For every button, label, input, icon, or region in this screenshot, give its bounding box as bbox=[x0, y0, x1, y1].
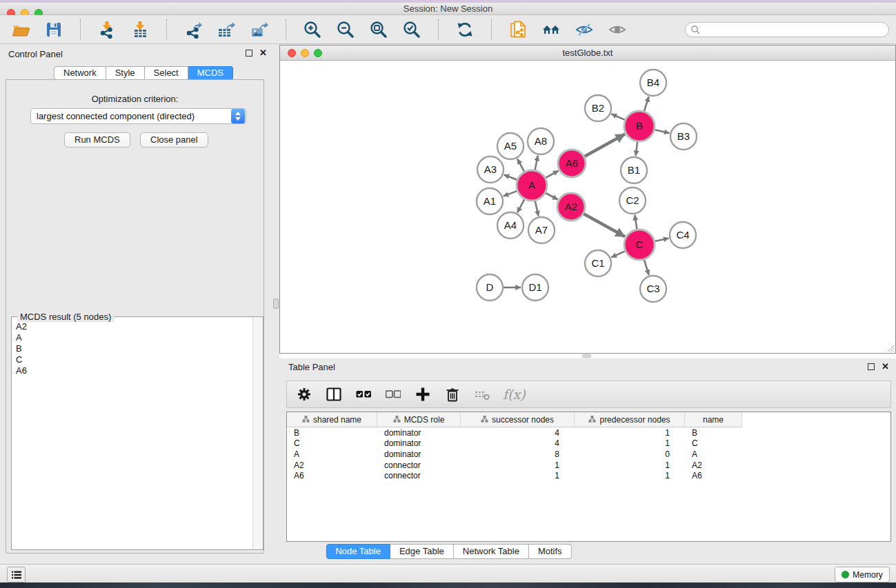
edge-A-A5[interactable] bbox=[517, 159, 524, 171]
network-canvas[interactable]: AA1A2A3A4A5A6A7A8BB1B2B3B4CC1C2C3C4DD1 bbox=[280, 61, 895, 353]
node-A5[interactable]: A5 bbox=[497, 133, 524, 159]
edge-C-C1[interactable] bbox=[611, 251, 625, 257]
cell-MCDS-role[interactable]: connector bbox=[377, 460, 461, 470]
edge-A-A7[interactable] bbox=[535, 201, 539, 216]
open-file-icon[interactable] bbox=[10, 19, 32, 41]
node-C3[interactable]: C3 bbox=[640, 276, 666, 302]
cell-shared-name[interactable]: C bbox=[287, 438, 377, 448]
column-header-successor-nodes[interactable]: successor nodes bbox=[461, 412, 575, 427]
node-A1[interactable]: A1 bbox=[477, 188, 503, 214]
edge-C-C4[interactable] bbox=[655, 239, 669, 241]
show-all-icon[interactable] bbox=[606, 19, 628, 41]
cell-shared-name[interactable]: A2 bbox=[287, 460, 377, 470]
table-row[interactable]: Bdominator41B bbox=[287, 427, 890, 438]
node-B4[interactable]: B4 bbox=[640, 70, 666, 96]
resize-grip-icon[interactable] bbox=[886, 343, 895, 352]
export-table-icon[interactable] bbox=[215, 19, 237, 41]
cell-MCDS-role[interactable]: dominator bbox=[377, 428, 461, 438]
node-B[interactable]: B bbox=[624, 111, 655, 141]
mcds-result-item[interactable]: A bbox=[12, 332, 253, 343]
cell-predecessor-nodes[interactable]: 1 bbox=[575, 428, 685, 438]
result-scrollbar[interactable] bbox=[252, 317, 263, 549]
node-C4[interactable]: C4 bbox=[670, 222, 696, 248]
edge-B-B1[interactable] bbox=[636, 142, 638, 156]
cell-name[interactable]: A2 bbox=[685, 460, 742, 470]
network-from-selection-icon[interactable] bbox=[507, 19, 529, 41]
edge-C-C2[interactable] bbox=[635, 215, 637, 230]
cell-MCDS-role[interactable]: dominator bbox=[377, 438, 461, 448]
edge-B-B4[interactable] bbox=[644, 97, 649, 111]
column-header-name[interactable]: name bbox=[685, 412, 742, 427]
save-session-icon[interactable] bbox=[43, 19, 65, 41]
column-header-predecessor-nodes[interactable]: predecessor nodes bbox=[575, 412, 685, 427]
search-box[interactable] bbox=[685, 22, 889, 37]
select-all-checkboxes-icon[interactable] bbox=[355, 385, 372, 403]
node-D1[interactable]: D1 bbox=[522, 274, 548, 301]
show-panels-button[interactable] bbox=[7, 567, 26, 582]
column-header-shared-name[interactable]: shared name bbox=[287, 412, 377, 427]
tab-mcds[interactable]: MCDS bbox=[188, 66, 233, 80]
tab-select[interactable]: Select bbox=[145, 66, 188, 80]
cell-shared-name[interactable]: A6 bbox=[287, 471, 377, 480]
export-network-icon[interactable] bbox=[182, 19, 204, 41]
tab-motifs[interactable]: Motifs bbox=[529, 544, 572, 559]
delete-row-icon[interactable] bbox=[444, 385, 461, 403]
table-row[interactable]: Cdominator41C bbox=[287, 438, 890, 449]
node-A[interactable]: A bbox=[517, 170, 547, 201]
network-close-button[interactable] bbox=[288, 49, 296, 57]
node-A8[interactable]: A8 bbox=[528, 128, 554, 154]
edge-A-A2[interactable] bbox=[546, 193, 558, 200]
network-zoom-button[interactable] bbox=[314, 49, 322, 57]
gear-icon[interactable] bbox=[295, 385, 313, 403]
edge-A-A1[interactable] bbox=[504, 191, 517, 196]
import-table-icon[interactable] bbox=[129, 19, 151, 41]
table-row[interactable]: Adominator80A bbox=[287, 449, 890, 460]
cell-successor-nodes[interactable]: 4 bbox=[461, 428, 575, 438]
node-B2[interactable]: B2 bbox=[585, 95, 611, 121]
close-panel-button[interactable]: Close panel bbox=[140, 132, 208, 148]
zoom-fit-icon[interactable] bbox=[368, 19, 390, 41]
zoom-selected-icon[interactable] bbox=[401, 19, 423, 41]
deselect-all-checkboxes-icon[interactable] bbox=[384, 385, 402, 403]
cell-successor-nodes[interactable]: 4 bbox=[461, 438, 575, 448]
zoom-out-icon[interactable] bbox=[335, 19, 357, 41]
function-builder-button[interactable]: f(x) bbox=[503, 387, 526, 402]
first-neighbors-icon[interactable] bbox=[540, 19, 562, 41]
edge-A-A6[interactable] bbox=[546, 171, 559, 178]
cell-predecessor-nodes[interactable]: 0 bbox=[575, 449, 685, 459]
column-header-MCDS-role[interactable]: MCDS role bbox=[377, 412, 461, 427]
edge-B-B2[interactable] bbox=[611, 114, 625, 120]
cell-successor-nodes[interactable]: 1 bbox=[461, 471, 575, 480]
columns-icon[interactable] bbox=[325, 385, 343, 403]
cell-MCDS-role[interactable]: connector bbox=[377, 471, 461, 480]
node-C1[interactable]: C1 bbox=[585, 250, 611, 276]
cell-shared-name[interactable]: B bbox=[287, 428, 377, 438]
edge-A-A3[interactable] bbox=[504, 175, 517, 180]
criterion-dropdown[interactable]: largest connected component (directed) bbox=[30, 108, 246, 124]
mcds-result-item[interactable]: A2 bbox=[12, 321, 253, 332]
mcds-result-item[interactable]: C bbox=[12, 354, 253, 365]
cell-shared-name[interactable]: A bbox=[287, 449, 377, 459]
edge-A2-C[interactable] bbox=[584, 214, 625, 236]
cell-name[interactable]: C bbox=[685, 438, 742, 448]
node-A4[interactable]: A4 bbox=[497, 212, 524, 239]
network-window-titlebar[interactable]: testGlobe.txt bbox=[280, 45, 895, 61]
cell-successor-nodes[interactable]: 8 bbox=[461, 449, 575, 459]
zoom-in-icon[interactable] bbox=[301, 19, 323, 41]
node-A6[interactable]: A6 bbox=[558, 150, 586, 177]
node-A2[interactable]: A2 bbox=[557, 193, 585, 221]
edge-C-C3[interactable] bbox=[644, 260, 649, 275]
tab-network[interactable]: Network bbox=[54, 66, 106, 80]
edge-B-B3[interactable] bbox=[655, 130, 669, 133]
cell-MCDS-role[interactable]: dominator bbox=[377, 449, 461, 459]
table-row[interactable]: A6connector11A6 bbox=[287, 470, 890, 481]
mcds-result-item[interactable]: A6 bbox=[12, 365, 253, 376]
edge-A6-B[interactable] bbox=[584, 134, 625, 156]
float-panel-icon[interactable] bbox=[246, 50, 252, 57]
destroy-table-icon[interactable] bbox=[473, 385, 491, 403]
node-A7[interactable]: A7 bbox=[528, 217, 555, 243]
float-table-panel-icon[interactable] bbox=[868, 363, 875, 370]
edge-A-A4[interactable] bbox=[517, 199, 524, 212]
close-panel-icon[interactable]: ✕ bbox=[259, 50, 267, 57]
node-C2[interactable]: C2 bbox=[619, 187, 646, 214]
